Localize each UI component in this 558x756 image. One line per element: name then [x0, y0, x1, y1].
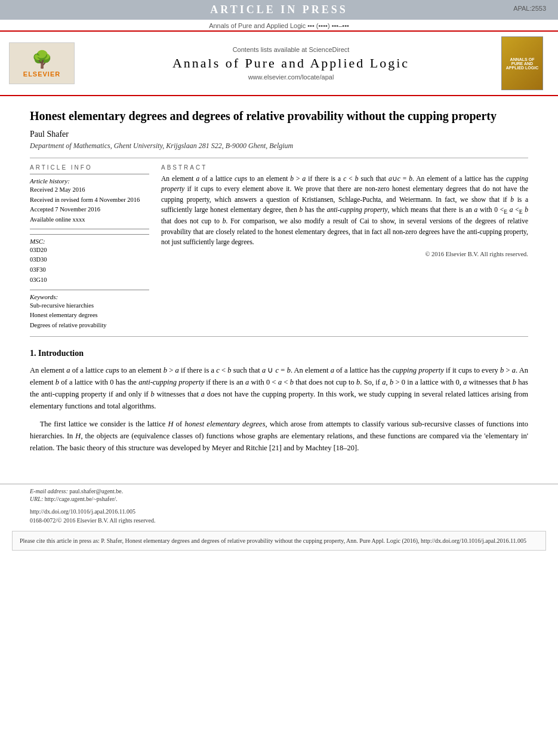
page: ARTICLE IN PRESS APAL:2553 Annals of Pur…: [0, 0, 558, 756]
elsevier-brand-name: ELSEVIER: [23, 70, 60, 78]
revised-date: Received in revised form 4 November 2016: [30, 196, 149, 205]
abstract-column: ABSTRACT An element a of a lattice cups …: [161, 164, 528, 331]
journal-title-center: Contents lists available at ScienceDirec…: [81, 46, 501, 81]
journal-name: Annals of Pure and Applied Logic: [81, 56, 501, 71]
url-label: URL:: [30, 496, 43, 502]
cover-title-text: ANNALS OF PURE AND APPLIED LOGIC: [504, 57, 540, 70]
journal-cover-image: ANNALS OF PURE AND APPLIED LOGIC: [501, 36, 543, 90]
two-col-info-abstract: ARTICLE INFO Article history: Received 2…: [30, 164, 528, 331]
citation-box: Please cite this article in press as: P.…: [12, 531, 546, 551]
doi-line: http://dx.doi.org/10.1016/j.apal.2016.11…: [0, 507, 558, 516]
article-history-box: Article history: Received 2 May 2016 Rec…: [30, 174, 149, 229]
journal-citation-line: Annals of Pure and Applied Logic ••• (••…: [0, 20, 558, 30]
keywords-label: Keywords:: [30, 293, 149, 300]
divider-after-affiliation: [30, 158, 528, 158]
keyword-2: Honest elementary degrees: [30, 311, 149, 320]
article-affiliation: Department of Mathematics, Ghent Univers…: [30, 142, 528, 150]
abstract-text: An element a of a lattice cups to an ele…: [161, 174, 528, 247]
keyword-3: Degrees of relative provability: [30, 321, 149, 330]
article-history-label: Article history:: [30, 177, 149, 185]
journal-cover-right: ANNALS OF PURE AND APPLIED LOGIC: [501, 36, 549, 90]
msc-code-3: 03F30: [30, 266, 149, 275]
intro-paragraph-2: The first lattice we consider is the lat…: [30, 418, 528, 454]
article-title: Honest elementary degrees and degrees of…: [30, 108, 528, 124]
article-in-press-banner: ARTICLE IN PRESS: [0, 0, 558, 20]
msc-code-2: 03D30: [30, 256, 149, 265]
footer-area: E-mail address: paul.shafer@ugent.be. UR…: [0, 484, 558, 507]
introduction-heading: 1. Introduction: [30, 349, 528, 358]
article-in-press-banner-wrapper: ARTICLE IN PRESS APAL:2553: [0, 0, 558, 20]
journal-url: www.elsevier.com/locate/apal: [81, 73, 501, 81]
main-content: Honest elementary degrees and degrees of…: [0, 96, 558, 472]
email-value: paul.shafer@ugent.be.: [69, 488, 123, 494]
url-line: URL: http://cage.ugent.be/~pshafer/.: [30, 496, 528, 502]
sciencedirect-text: Contents lists available at ScienceDirec…: [81, 46, 501, 53]
article-info-header: ARTICLE INFO: [30, 164, 149, 171]
journal-header: 🌳 ELSEVIER Contents lists available at S…: [0, 30, 558, 96]
received-date: Received 2 May 2016: [30, 186, 149, 195]
msc-box: MSC: 03D20 03D30 03F30 03G10: [30, 234, 149, 285]
keyword-1: Sub-recursive hierarchies: [30, 302, 149, 311]
intro-paragraph-1: An element a of a lattice cups to an ele…: [30, 364, 528, 412]
email-label: E-mail address:: [30, 488, 68, 494]
abstract-copyright: © 2016 Elsevier B.V. All rights reserved…: [161, 251, 528, 257]
elsevier-tree-icon: 🌳: [32, 50, 53, 69]
url-value: http://cage.ugent.be/~pshafer/.: [45, 496, 118, 502]
msc-label: MSC:: [30, 238, 149, 245]
elsevier-logo: 🌳 ELSEVIER: [9, 42, 75, 84]
issn-line: 0168-0072/© 2016 Elsevier B.V. All right…: [0, 516, 558, 525]
email-line: E-mail address: paul.shafer@ugent.be.: [30, 488, 528, 494]
keywords-box: Keywords: Sub-recursive hierarchies Hone…: [30, 290, 149, 330]
citation-text: Please cite this article in press as: P.…: [20, 537, 526, 544]
apal-id: APAL:2553: [513, 5, 546, 12]
journal-logo-left: 🌳 ELSEVIER: [9, 42, 81, 84]
abstract-header: ABSTRACT: [161, 164, 528, 171]
msc-code-1: 03D20: [30, 246, 149, 255]
article-info-column: ARTICLE INFO Article history: Received 2…: [30, 164, 149, 331]
divider-after-abstract: [30, 336, 528, 337]
article-author: Paul Shafer: [30, 130, 528, 139]
banner-title: ARTICLE IN PRESS: [210, 4, 347, 16]
msc-code-4: 03G10: [30, 276, 149, 285]
available-online: Available online xxxx: [30, 216, 149, 225]
accepted-date: Accepted 7 November 2016: [30, 205, 149, 214]
